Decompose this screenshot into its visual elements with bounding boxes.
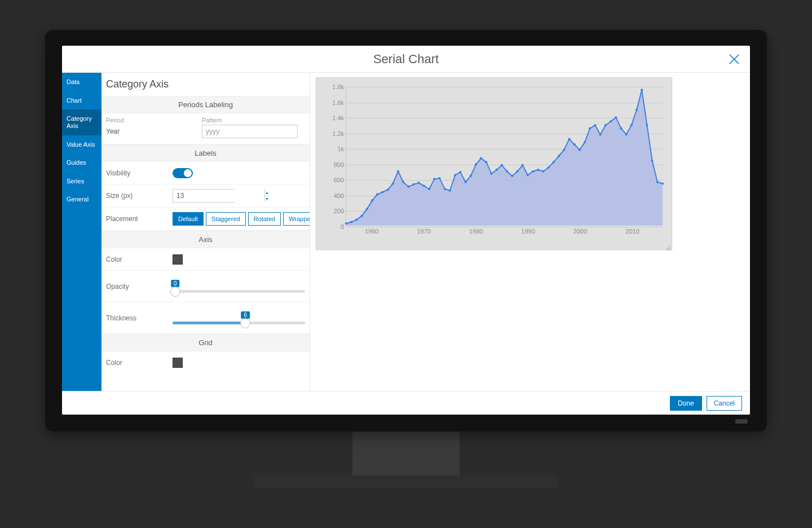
svg-point-59 — [651, 160, 654, 162]
monitor-led — [735, 419, 748, 424]
chart-y-tick-label: 400 — [334, 192, 344, 199]
sidebar-item-series[interactable]: Series — [62, 172, 102, 191]
size-label: Size (px) — [106, 192, 173, 200]
axis-color-swatch[interactable] — [173, 254, 183, 265]
done-button[interactable]: Done — [670, 396, 702, 411]
svg-point-25 — [475, 163, 477, 165]
svg-point-16 — [428, 188, 430, 190]
chart-y-tick-label: 0 — [341, 223, 344, 230]
chart-y-tick-label: 1.4k — [332, 115, 344, 121]
size-input[interactable] — [173, 190, 264, 202]
close-button[interactable] — [726, 51, 742, 67]
sidebar-item-general[interactable]: General — [62, 190, 102, 209]
placement-option-default[interactable]: Default — [173, 212, 204, 226]
visibility-label: Visibility — [106, 169, 173, 177]
sidebar-item-label: Chart — [67, 97, 82, 104]
dialog-footer: Done Cancel — [62, 391, 750, 415]
svg-point-38 — [542, 170, 544, 173]
placement-option-wrapped[interactable]: Wrapped — [283, 212, 310, 226]
chart-x-tick-label: 1960 — [365, 228, 378, 235]
placement-button-group: Default Staggered Rotated Wrapped — [173, 212, 310, 226]
chart-x-tick-label: 2010 — [625, 228, 639, 235]
chart-y-tick-label: 1.6k — [332, 99, 344, 106]
opacity-slider-thumb[interactable] — [170, 287, 180, 297]
section-header-labels: Labels — [102, 144, 310, 162]
sidebar-item-label: Category Axis — [67, 115, 92, 129]
chart-y-tick-label: 600 — [334, 177, 344, 183]
svg-point-60 — [656, 181, 659, 183]
periods-row: Year — [102, 125, 310, 144]
svg-point-33 — [516, 170, 518, 173]
axis-thickness-label: Thickness — [106, 314, 173, 322]
thickness-slider-track — [173, 322, 305, 324]
svg-point-46 — [584, 141, 586, 143]
size-spinner[interactable]: ▲ ▼ — [173, 189, 235, 203]
svg-point-52 — [615, 116, 617, 118]
row-size: Size (px) ▲ ▼ — [102, 184, 310, 208]
chart-preview-pane: 02004006008001k1.2k1.4k1.6k1.8k 19601970… — [310, 73, 750, 391]
dialog-body: Data Chart Category Axis Value Axis Guid… — [62, 73, 750, 391]
svg-point-54 — [625, 133, 628, 135]
svg-point-58 — [646, 124, 648, 126]
pattern-input[interactable] — [202, 125, 298, 138]
opacity-slider[interactable]: 0 — [173, 280, 305, 293]
spinner-down[interactable]: ▼ — [265, 196, 269, 203]
placement-option-rotated[interactable]: Rotated — [248, 212, 281, 226]
thickness-slider[interactable]: 6 — [173, 311, 305, 324]
monitor: Serial Chart Data Chart Category Axis Va… — [45, 30, 767, 488]
svg-point-51 — [610, 120, 612, 122]
svg-point-26 — [480, 157, 482, 159]
chart-x-tick-label: 1980 — [469, 228, 483, 235]
svg-point-43 — [568, 138, 570, 140]
chart-y-tick-label: 1k — [337, 146, 344, 152]
dialog-title: Serial Chart — [373, 52, 439, 67]
sidebar-item-label: Guides — [67, 159, 86, 166]
chart-svg — [346, 87, 663, 225]
svg-point-18 — [438, 177, 440, 179]
svg-point-2 — [355, 218, 358, 221]
svg-point-20 — [449, 190, 451, 192]
section-header-periods: Periods Labeling — [102, 96, 310, 113]
chart-card: 02004006008001k1.2k1.4k1.6k1.8k 19601970… — [316, 77, 672, 250]
svg-point-0 — [345, 222, 347, 225]
chart-x-tick-label: 2000 — [573, 228, 587, 235]
svg-point-42 — [563, 149, 565, 151]
panel-title: Category Axis — [102, 73, 310, 96]
resize-grip-icon[interactable] — [665, 243, 670, 248]
svg-point-8 — [387, 188, 389, 191]
axis-color-label: Color — [106, 256, 173, 263]
sidebar-item-category-axis[interactable]: Category Axis — [62, 109, 102, 135]
svg-point-34 — [522, 164, 524, 166]
chart-x-tick-label: 1990 — [521, 228, 535, 235]
dialog-window: Serial Chart Data Chart Category Axis Va… — [62, 46, 750, 415]
spinner-up[interactable]: ▲ — [265, 190, 269, 196]
cancel-button[interactable]: Cancel — [707, 396, 742, 411]
config-panel: Category Axis Periods Labeling Period Pa… — [102, 73, 310, 391]
sidebar-item-data[interactable]: Data — [62, 73, 102, 91]
svg-point-3 — [360, 215, 363, 217]
thickness-slider-thumb[interactable] — [240, 318, 250, 328]
svg-point-23 — [464, 181, 466, 183]
placement-option-staggered[interactable]: Staggered — [206, 212, 246, 226]
sidebar-item-value-axis[interactable]: Value Axis — [62, 135, 102, 154]
grid-color-label: Color — [106, 359, 173, 367]
sidebar-item-guides[interactable]: Guides — [62, 153, 102, 172]
periods-columns-header: Period Pattern — [102, 113, 310, 125]
svg-point-19 — [444, 188, 446, 190]
sidebar-item-label: General — [67, 196, 89, 203]
row-visibility: Visibility — [102, 162, 310, 184]
chart-y-tick-label: 1.8k — [332, 83, 344, 90]
sidebar-item-chart[interactable]: Chart — [62, 91, 102, 110]
svg-point-53 — [620, 127, 622, 129]
section-header-axis: Axis — [102, 231, 310, 248]
sidebar-item-label: Data — [67, 78, 80, 85]
opacity-slider-track — [173, 290, 305, 293]
chart-y-tick-label: 1.2k — [332, 130, 344, 137]
sidebar-item-label: Series — [67, 178, 84, 184]
close-icon — [726, 51, 742, 67]
visibility-toggle[interactable] — [173, 168, 193, 178]
sidebar: Data Chart Category Axis Value Axis Guid… — [62, 73, 102, 391]
svg-point-27 — [485, 161, 487, 163]
grid-color-swatch[interactable] — [173, 358, 183, 368]
svg-point-47 — [589, 127, 591, 129]
